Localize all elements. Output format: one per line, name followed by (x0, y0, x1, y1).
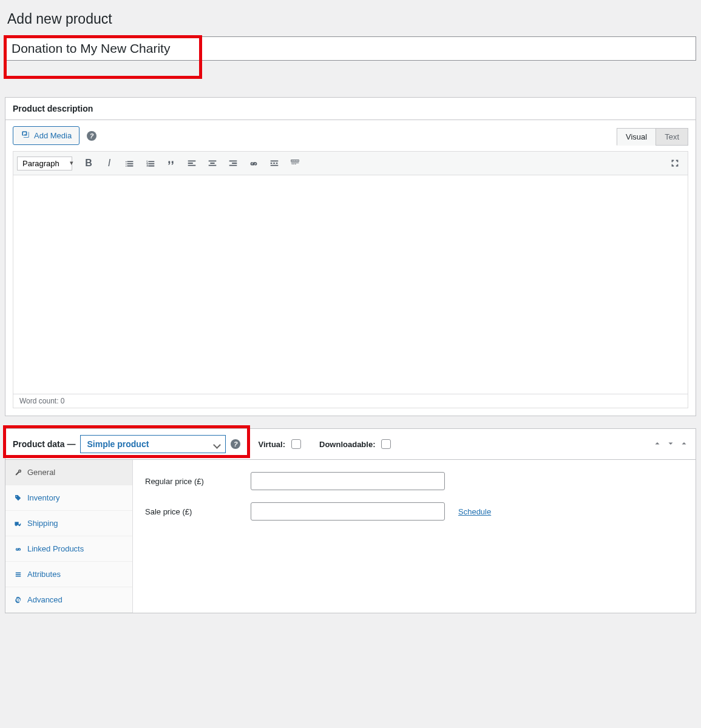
tab-advanced[interactable]: Advanced (5, 587, 132, 613)
product-title-input[interactable] (5, 36, 696, 61)
tab-label: Shipping (27, 519, 58, 528)
link-icon (14, 545, 22, 553)
italic-button[interactable]: I (100, 154, 118, 172)
tab-label: Inventory (27, 493, 59, 502)
align-center-button[interactable] (203, 154, 222, 172)
tab-shipping[interactable]: Shipping (5, 511, 132, 536)
read-more-button[interactable] (265, 154, 283, 172)
page-title: Add new product (5, 11, 696, 27)
truck-icon (14, 519, 22, 528)
add-media-button[interactable]: Add Media (13, 126, 80, 145)
editor-content-area[interactable] (13, 175, 688, 394)
move-up-icon[interactable] (653, 439, 662, 450)
gear-icon (14, 596, 22, 604)
svg-rect-3 (295, 161, 296, 161)
tab-visual[interactable]: Visual (617, 128, 656, 146)
panel-heading: Product description (13, 104, 688, 113)
format-select[interactable]: Paragraph (17, 157, 72, 170)
svg-rect-6 (292, 164, 293, 164)
add-media-label: Add Media (34, 131, 72, 140)
blockquote-button[interactable] (162, 154, 180, 172)
svg-rect-8 (295, 164, 296, 164)
tab-inventory[interactable]: Inventory (5, 485, 132, 511)
product-type-select[interactable]: Simple product (80, 435, 226, 453)
product-data-panel: Product data — Simple product ? Virtual:… (5, 428, 696, 613)
virtual-label: Virtual: (258, 440, 285, 449)
product-description-panel: Product description Add Media ? Visual T… (5, 97, 696, 416)
tag-icon (14, 494, 22, 502)
regular-price-input[interactable] (251, 472, 445, 490)
downloadable-checkbox[interactable] (381, 439, 391, 449)
product-data-title: Product data — (13, 439, 75, 449)
bullet-list-button[interactable] (121, 154, 139, 172)
wrench-icon (14, 468, 22, 477)
panel-header: Product description (5, 98, 696, 120)
svg-rect-5 (291, 163, 299, 163)
divider (249, 437, 249, 451)
svg-rect-2 (293, 161, 294, 161)
media-icon (21, 130, 30, 141)
general-panel: Regular price (£) Sale price (£) Schedul… (133, 460, 696, 613)
help-icon[interactable]: ? (231, 439, 240, 449)
word-count: Word count: 0 (13, 394, 688, 408)
tab-label: Linked Products (27, 544, 84, 553)
tab-label: Advanced (27, 595, 63, 604)
fullscreen-button[interactable] (666, 154, 684, 172)
numbered-list-button[interactable] (141, 154, 160, 172)
sale-price-label: Sale price (£) (145, 507, 242, 516)
svg-rect-4 (297, 161, 298, 161)
product-data-tabs: General Inventory Shipping Linked Produc… (5, 460, 133, 613)
toolbar-toggle-button[interactable] (286, 154, 304, 172)
align-right-button[interactable] (224, 154, 242, 172)
tab-label: General (27, 468, 55, 477)
tab-linked-products[interactable]: Linked Products (5, 536, 132, 562)
bold-button[interactable]: B (80, 154, 98, 172)
sale-price-input[interactable] (251, 502, 445, 521)
svg-rect-7 (293, 164, 294, 164)
align-left-button[interactable] (183, 154, 201, 172)
tab-attributes[interactable]: Attributes (5, 562, 132, 587)
regular-price-label: Regular price (£) (145, 477, 242, 486)
downloadable-label: Downloadable: (319, 440, 375, 449)
help-icon[interactable]: ? (87, 131, 97, 141)
schedule-link[interactable]: Schedule (458, 507, 491, 516)
editor-toolbar: Paragraph B I (13, 152, 688, 175)
move-down-icon[interactable] (666, 439, 675, 450)
virtual-checkbox[interactable] (291, 439, 301, 449)
svg-rect-1 (292, 161, 293, 161)
tab-label: Attributes (27, 570, 61, 579)
list-icon (14, 570, 22, 579)
tab-text[interactable]: Text (655, 128, 688, 146)
tab-general[interactable]: General (5, 460, 132, 485)
link-button[interactable] (245, 154, 263, 172)
toggle-panel-icon[interactable] (680, 439, 688, 450)
